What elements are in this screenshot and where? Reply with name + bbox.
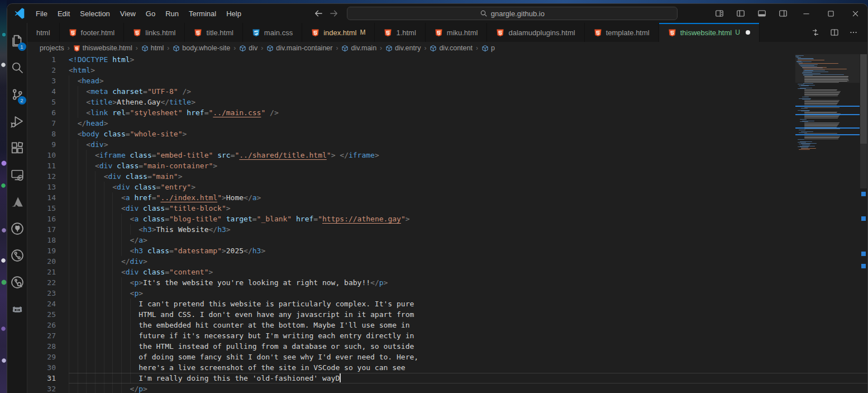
indent-guide	[112, 299, 113, 309]
code-line-23[interactable]: 23 <p>	[27, 288, 867, 299]
tab-links.html[interactable]: links.html	[124, 23, 185, 42]
code-line-4[interactable]: 4 <meta charset="UTF-8" />	[27, 86, 867, 97]
toggle-panel-bottom-button[interactable]	[753, 6, 770, 21]
code-line-15[interactable]: 15 <div class="title-block">	[27, 203, 867, 214]
breadcrumb-body.whole-site[interactable]: body.whole-site	[173, 44, 230, 52]
code-line-10[interactable]: 10 <iframe class="embed-title" src="../s…	[27, 150, 867, 160]
code-editor[interactable]: 1<!DOCTYPE html>2<html>3 <head>4 <meta c…	[27, 54, 867, 393]
tab-template.html[interactable]: template.html	[585, 23, 659, 42]
code-line-28[interactable]: 28 the HTML instead of pulling from a da…	[27, 341, 867, 352]
code-line-20[interactable]: 20 </div>	[27, 256, 867, 267]
tab-main.css[interactable]: main.css	[243, 23, 302, 42]
code-line-31[interactable]: 31 I'm really doing this the 'old-fashio…	[27, 373, 867, 383]
code-line-13[interactable]: 13 <div class="entry">	[27, 182, 867, 192]
line-content: <div class="entry">	[69, 182, 867, 192]
menu-view[interactable]: View	[115, 7, 141, 20]
toggle-panel-right-button[interactable]	[775, 6, 791, 21]
breadcrumb-projects[interactable]: projects	[40, 44, 64, 52]
code-line-11[interactable]: 11 <div class="main-container">	[27, 160, 867, 171]
indent-guide	[78, 86, 78, 97]
indent-guide	[95, 341, 96, 352]
minimap[interactable]	[795, 54, 860, 393]
activity-run-debug[interactable]	[7, 108, 27, 135]
activity-gitlens-inspect[interactable]	[7, 269, 27, 296]
code-line-29[interactable]: 29 of doing some fancy shit I don't see …	[27, 352, 867, 362]
code-line-6[interactable]: 6 <link rel="stylesheet" href="../main.c…	[27, 107, 867, 118]
breadcrumb-div.main-container[interactable]: div.main-container	[266, 44, 332, 52]
maximize-button[interactable]	[818, 4, 843, 23]
menu-go[interactable]: Go	[141, 7, 160, 20]
close-button[interactable]	[843, 4, 867, 23]
tab-miku.html[interactable]: miku.html	[426, 23, 488, 42]
code-line-17[interactable]: 17 <h3>This Website</h3>	[27, 224, 867, 235]
code-line-19[interactable]: 19 <h3 class="datestamp">2025</h3>	[27, 245, 867, 256]
code-line-8[interactable]: 8 <body class="whole-site">	[27, 129, 867, 139]
code-line-5[interactable]: 5 <title>Athene.Gay</title>	[27, 97, 867, 107]
code-line-24[interactable]: 24 I can't pretend this website is parti…	[27, 299, 867, 309]
symbol-icon	[430, 45, 437, 52]
code-line-1[interactable]: 1<!DOCTYPE html>	[27, 54, 867, 65]
activity-extensions[interactable]	[7, 135, 27, 162]
line-number: 16	[27, 214, 69, 224]
tab-title.html[interactable]: title.html	[185, 23, 242, 42]
activity-remote-explorer[interactable]	[7, 162, 27, 188]
split-editor-button[interactable]	[826, 25, 843, 40]
indent-guide	[69, 75, 69, 86]
breadcrumb-html[interactable]: html	[141, 44, 164, 52]
code-line-30[interactable]: 30 here's a live screenshot of the site …	[27, 362, 867, 373]
tab-dalamudplugins.html[interactable]: dalamudplugins.html	[487, 23, 584, 42]
code-line-21[interactable]: 21 <div class="content">	[27, 267, 867, 277]
command-center-search[interactable]: gnargle.github.io	[347, 7, 678, 20]
code-line-18[interactable]: 18 </a>	[27, 235, 867, 245]
code-line-32[interactable]: 32 </p>	[27, 383, 867, 393]
code-line-25[interactable]: 25 HTML and CSS. I don't even have any j…	[27, 309, 867, 320]
code-line-22[interactable]: 22 <p>It's the website you're looking at…	[27, 277, 867, 288]
menu-file[interactable]: File	[31, 7, 53, 20]
breadcrumb-p[interactable]: p	[481, 44, 495, 52]
activity-explorer[interactable]: 1	[7, 27, 27, 54]
back-arrow-icon[interactable]	[313, 8, 323, 18]
indent-guide	[69, 182, 69, 192]
menu-selection[interactable]: Selection	[75, 7, 115, 20]
code-line-16[interactable]: 16 <a class="blog-title" target="_blank"…	[27, 214, 867, 224]
code-line-3[interactable]: 3 <head>	[27, 75, 867, 86]
tab-index.html[interactable]: index.htmlM	[302, 23, 375, 42]
breadcrumb-div.entry[interactable]: div.entry	[385, 44, 421, 52]
activity-gitlens[interactable]	[7, 242, 27, 269]
forward-arrow-icon[interactable]	[329, 8, 339, 18]
indent-guide	[112, 256, 113, 267]
code-line-2[interactable]: 2<html>	[27, 65, 867, 75]
breadcrumb-div.content[interactable]: div.content	[430, 44, 473, 52]
menu-run[interactable]: Run	[160, 7, 184, 20]
customize-layout-button[interactable]	[711, 6, 728, 21]
breadcrumb-thiswebsite.html[interactable]: thiswebsite.html	[73, 44, 132, 52]
more-actions-button[interactable]	[845, 25, 862, 40]
code-line-12[interactable]: 12 <div class="main">	[27, 171, 867, 182]
code-line-9[interactable]: 9 <div>	[27, 139, 867, 150]
tab-1.html[interactable]: 1.html	[375, 23, 425, 42]
activity-github[interactable]	[7, 215, 27, 242]
toggle-panel-left-button[interactable]	[732, 6, 749, 21]
open-changes-button[interactable]	[807, 25, 824, 40]
activity-source-control[interactable]: 2	[7, 81, 27, 108]
activity-azure[interactable]	[7, 188, 27, 215]
scrollbar-thumb[interactable]	[860, 54, 867, 144]
menu-terminal[interactable]: Terminal	[184, 7, 221, 20]
activity-godot[interactable]	[7, 296, 27, 323]
minimize-button[interactable]	[794, 4, 818, 23]
editor-scrollbar[interactable]	[860, 54, 867, 393]
code-line-27[interactable]: 27 future if it's necessary but I'm writ…	[27, 330, 867, 341]
menu-edit[interactable]: Edit	[53, 7, 75, 20]
tab-thiswebsite.html[interactable]: thiswebsite.htmlU	[659, 23, 760, 42]
code-line-14[interactable]: 14 <a href="../index.html">Home</a>	[27, 192, 867, 203]
breadcrumb-div.main[interactable]: div.main	[341, 44, 376, 52]
breadcrumb-separator-icon: ›	[380, 44, 382, 52]
activity-search[interactable]	[7, 54, 27, 81]
tab-html[interactable]: html	[27, 23, 60, 42]
breadcrumb-div[interactable]: div	[239, 44, 257, 52]
tab-footer.html[interactable]: footer.html	[60, 23, 125, 42]
code-line-7[interactable]: 7 </head>	[27, 118, 867, 129]
menu-help[interactable]: Help	[221, 7, 246, 20]
code-line-26[interactable]: 26 the embedded hit counter at the botto…	[27, 320, 867, 330]
indent-guide	[112, 203, 113, 214]
